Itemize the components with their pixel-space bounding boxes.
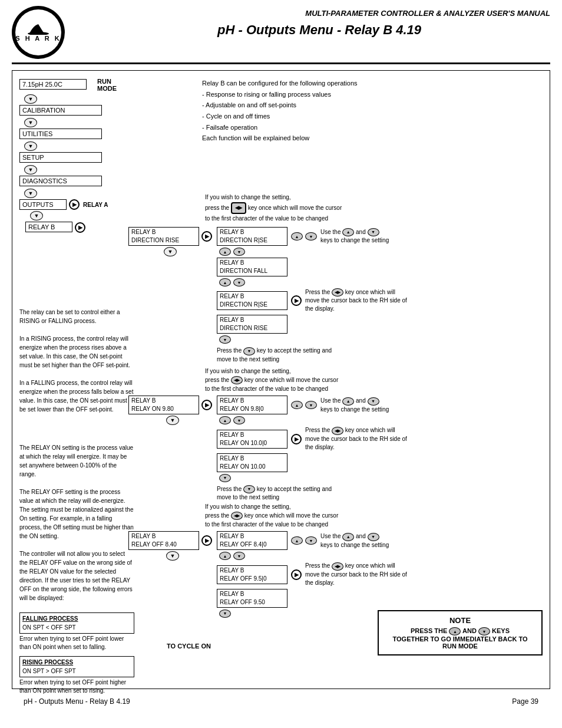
down-btn-setup[interactable]: ▼	[24, 165, 37, 174]
on-lcd2-l2: RELAY ON 9.8|0	[220, 405, 285, 413]
off-right-conn2[interactable]: ▶	[291, 569, 302, 580]
down-btn-dir1b[interactable]: ▼	[233, 248, 245, 256]
note-section: NOTE PRESS THE ▲ AND ▼ KEYS TOGETHER TO …	[378, 610, 543, 655]
relay-b-row-menu: RELAY B ▶	[25, 222, 125, 233]
menu-item-calibration[interactable]: CALIBRATION	[19, 105, 102, 116]
off-down-btn[interactable]: ▼	[166, 551, 179, 561]
off-updown-btns: ▲ ▼	[291, 536, 317, 545]
on-lcd3-l2: RELAY ON 10.0|0	[220, 439, 285, 447]
off-lcd1-l1: RELAY B	[131, 532, 196, 541]
down-btn-diagnostics[interactable]: ▼	[24, 189, 37, 198]
down-icon-on[interactable]: ▼	[368, 397, 379, 406]
down-off-1b[interactable]: ▼	[233, 552, 245, 560]
up-off-1b[interactable]: ▲	[219, 552, 231, 560]
dir-lcd5-l1: RELAY B	[220, 316, 285, 324]
menu-item-diagnostics[interactable]: DIAGNOSTICS	[19, 176, 102, 186]
shark-fin-icon	[27, 23, 50, 35]
menu-item-setup[interactable]: SETUP	[19, 152, 102, 163]
down-key-annot-dir[interactable]: ▼	[243, 347, 255, 355]
on-lcd2-l1: RELAY B	[220, 397, 285, 405]
off-right-conn[interactable]: ▶	[201, 535, 212, 546]
off-lcd4-l1: RELAY B	[220, 590, 285, 598]
logo-circle: S H A R K	[12, 6, 65, 59]
right-key-on2[interactable]: ◀▶	[332, 427, 343, 435]
on-right-conn2[interactable]: ▶	[291, 434, 302, 444]
right-key-off[interactable]: ◀▶	[231, 512, 243, 520]
up-icon-on[interactable]: ▲	[342, 397, 354, 406]
right-key-on[interactable]: ◀▶	[231, 376, 243, 384]
off-opt1-row: RELAY B RELAY OFF 8.4|0 ▲ ▼ Use the ▲ an…	[217, 531, 411, 550]
down-btn-utilities[interactable]: ▼	[24, 141, 37, 151]
down-key-on[interactable]: ▼	[243, 485, 255, 493]
down-on-1b[interactable]: ▼	[233, 416, 245, 424]
on-lcd4: RELAY B RELAY ON 10.00	[217, 453, 287, 472]
dir-right-conn1[interactable]: ▶	[201, 231, 212, 242]
down-btn-off[interactable]: ▼	[305, 536, 317, 545]
right-key-btn-1[interactable]: ◀▶	[231, 202, 246, 214]
up-btn-dir1[interactable]: ▲	[291, 232, 303, 241]
left-menu-panel: 7.15pH 25.0C RUN MODE ▼ CALIBRATION ▼ UT…	[19, 78, 125, 233]
desc-line2: - Response to rising or falling process …	[202, 89, 543, 100]
up-btn-dir1b[interactable]: ▲	[219, 248, 231, 256]
right-key-off2[interactable]: ◀▶	[332, 562, 343, 571]
up-on-1b[interactable]: ▲	[219, 416, 231, 424]
up-btn-dir2[interactable]: ▲	[219, 278, 231, 286]
outputs-right-arrow[interactable]: ▶	[69, 199, 80, 210]
off-change-instruction: If you wish to change the setting, press…	[205, 502, 543, 529]
dir-lcd4-l2: DIRECTION R|SE	[220, 301, 285, 309]
dir-lcd3-l2: DIRECTION FALL	[220, 267, 285, 275]
right-key-annot1[interactable]: ◀▶	[332, 288, 343, 297]
down-btn-on[interactable]: ▼	[305, 401, 317, 409]
para4: The RELAY ON setting is the process valu…	[19, 443, 134, 479]
down-icon-annot1[interactable]: ▼	[368, 228, 379, 236]
header-subtitle: pH - Outputs Menu - Relay B 4.19	[88, 22, 550, 38]
down-btn-calibration[interactable]: ▼	[24, 118, 37, 127]
on-right-options: RELAY B RELAY ON 9.8|0 ▲ ▼ Use the ▲ and…	[217, 396, 411, 502]
para3: In a FALLING process, the control relay …	[19, 378, 134, 414]
dir-lcd1: RELAY B DIRECTION RISE	[128, 227, 199, 246]
on-down-accept: ▼	[219, 474, 411, 482]
on-lcd3-l1: RELAY B	[220, 431, 285, 439]
outputs-arrow-group: ▶ RELAY A	[69, 199, 108, 210]
up-icon-annot1[interactable]: ▲	[342, 228, 354, 236]
dir-lcd4-l1: RELAY B	[220, 292, 285, 301]
down-btn-dir2[interactable]: ▼	[233, 278, 245, 286]
down-key-note[interactable]: ▼	[478, 627, 490, 635]
on-lcd-group: RELAY B RELAY ON 9.80 ▶ ▼ RELAY B RELAY …	[128, 396, 543, 502]
relay-b-menu-item[interactable]: RELAY B	[25, 222, 72, 232]
menu-item-utilities[interactable]: UTILITIES	[19, 129, 102, 139]
para6: The controller will not allow you to sel…	[19, 549, 134, 602]
off-lcd3: RELAY B RELAY OFF 9.5|0	[217, 565, 287, 584]
down-btn-run[interactable]: ▼	[24, 94, 37, 104]
on-right-conn[interactable]: ▶	[201, 400, 212, 410]
on-down-btn[interactable]: ▼	[166, 416, 179, 425]
relay-on-section: If you wish to change the setting, press…	[128, 367, 543, 502]
dir-down-btn1[interactable]: ▼	[164, 247, 177, 256]
dir-lcd2-l1: RELAY B	[220, 228, 285, 236]
outputs-row: OUTPUTS ▶ RELAY A	[19, 199, 125, 210]
up-btn-on[interactable]: ▲	[291, 401, 303, 409]
dir-lcd5-l2: DIRECTION RISE	[220, 324, 285, 332]
rising-desc: Error when trying to set OFF point highe…	[19, 678, 134, 695]
up-icon-off[interactable]: ▲	[342, 533, 354, 541]
para5: The RELAY OFF setting is the process val…	[19, 487, 134, 541]
down-btn-dir1[interactable]: ▼	[305, 232, 317, 241]
dir-right-conn2[interactable]: ▶	[291, 295, 302, 306]
down-btn-accept-dir[interactable]: ▼	[219, 335, 231, 344]
down-btn-relay-a: ▼	[25, 210, 125, 222]
note-content: PRESS THE ▲ AND ▼ KEYS TOGETHER TO GO IM…	[384, 627, 537, 650]
dir-opt1-down: ▲ ▼	[219, 248, 411, 256]
down-icon-off[interactable]: ▼	[368, 533, 379, 541]
down-btn-accept-off[interactable]: ▼	[219, 610, 231, 618]
up-key-note[interactable]: ▲	[449, 627, 461, 635]
relay-b-right-conn[interactable]: ▶	[75, 222, 85, 233]
up-btn-off[interactable]: ▲	[291, 536, 303, 545]
dir-left-lcd-group: RELAY B DIRECTION RISE ▶ ▼	[128, 227, 212, 258]
down-btn-accept-on[interactable]: ▼	[219, 474, 231, 482]
menu-item-outputs[interactable]: OUTPUTS	[19, 199, 67, 210]
off-left-group: RELAY B RELAY OFF 8.40 ▶ ▼	[128, 531, 212, 562]
main-content-box: 7.15pH 25.0C RUN MODE ▼ CALIBRATION ▼ UT…	[12, 70, 550, 689]
on-lcd3: RELAY B RELAY ON 10.0|0	[217, 430, 287, 449]
falling-title: FALLING PROCESS	[22, 614, 131, 623]
page-wrapper: S H A R K MULTI-PARAMETER CONTROLLER & A…	[0, 0, 562, 728]
